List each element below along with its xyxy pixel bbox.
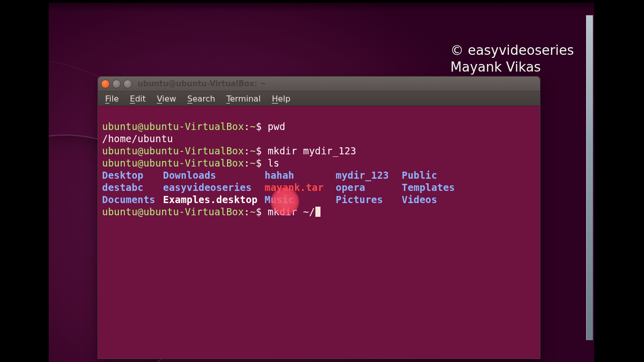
ls-entry: mayank.tar bbox=[265, 181, 336, 193]
ls-entry: mydir_123 bbox=[336, 169, 402, 181]
command-mkdir-2: mkdir ~/ bbox=[268, 206, 315, 217]
terminal-body[interactable]: ubuntu@ubuntu-VirtualBox:~$ pwd /home/ub… bbox=[98, 106, 540, 359]
prompt-userhost: ubuntu@ubuntu-VirtualBox bbox=[102, 206, 244, 217]
ls-entry: Pictures bbox=[336, 193, 402, 206]
ls-entry: Examples.desktop bbox=[163, 193, 265, 206]
ls-entry: Desktop bbox=[102, 169, 163, 181]
prompt-path: ~ bbox=[250, 121, 256, 132]
window-close-button[interactable] bbox=[101, 80, 110, 88]
titlebar[interactable]: ubuntu@ubuntu-VirtualBox: ~ bbox=[98, 77, 540, 91]
menu-help[interactable]: Help bbox=[267, 92, 295, 105]
command-mkdir-1: mkdir mydir_123 bbox=[268, 145, 357, 156]
ls-entry: Templates bbox=[402, 181, 473, 193]
menu-edit[interactable]: Edit bbox=[125, 92, 151, 105]
ls-entry: Documents bbox=[102, 193, 163, 206]
window-title: ubuntu@ubuntu-VirtualBox: ~ bbox=[138, 79, 267, 88]
menu-terminal[interactable]: Terminal bbox=[221, 92, 266, 105]
menu-view[interactable]: View bbox=[152, 92, 181, 105]
ls-entry: opera bbox=[336, 181, 402, 193]
output-pwd: /home/ubuntu bbox=[102, 133, 173, 144]
menu-search[interactable]: Search bbox=[182, 92, 220, 105]
menu-file[interactable]: File bbox=[100, 92, 124, 105]
prompt-userhost: ubuntu@ubuntu-VirtualBox bbox=[102, 157, 244, 169]
terminal-window: ubuntu@ubuntu-VirtualBox: ~ File Edit Vi… bbox=[98, 76, 540, 359]
ls-entry: destabc bbox=[102, 181, 163, 193]
ls-entry: Music bbox=[265, 193, 336, 206]
ls-entry: Videos bbox=[402, 193, 473, 206]
ls-entry: Public bbox=[402, 169, 473, 181]
command-pwd: pwd bbox=[268, 121, 285, 132]
window-maximize-button[interactable] bbox=[123, 80, 132, 88]
ls-output: DesktopDownloadshahahmydir_123Public des… bbox=[102, 169, 536, 206]
watermark-line2: Mayank Vikas bbox=[450, 59, 574, 76]
command-ls: ls bbox=[268, 157, 279, 169]
watermark: © easyvideoseries Mayank Vikas bbox=[450, 42, 574, 75]
watermark-line1: © easyvideoseries bbox=[450, 42, 574, 59]
stage: © easyvideoseries Mayank Vikas ubuntu@ub… bbox=[0, 0, 644, 362]
ls-entry: hahah bbox=[265, 169, 336, 181]
prompt-userhost: ubuntu@ubuntu-VirtualBox bbox=[102, 145, 244, 156]
text-cursor bbox=[315, 207, 320, 217]
video-right-edge bbox=[586, 15, 593, 340]
ls-entry: easyvideoseries bbox=[163, 181, 265, 193]
prompt-userhost: ubuntu@ubuntu-VirtualBox bbox=[102, 121, 244, 132]
prompt-sep: : bbox=[244, 121, 250, 132]
window-minimize-button[interactable] bbox=[112, 80, 121, 88]
menubar: File Edit View Search Terminal Help bbox=[98, 91, 540, 106]
prompt-sigil: $ bbox=[256, 121, 268, 132]
ls-entry: Downloads bbox=[163, 169, 265, 181]
